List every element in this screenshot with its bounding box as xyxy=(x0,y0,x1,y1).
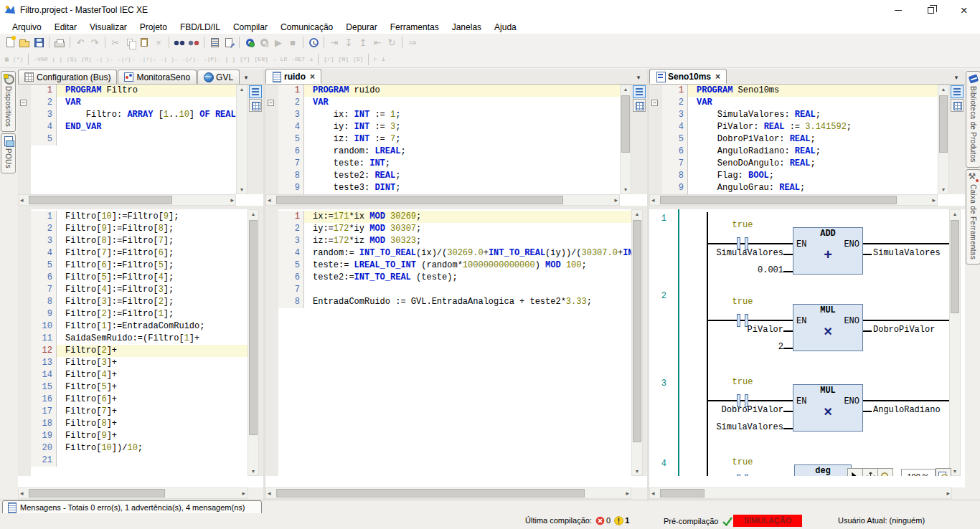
horizontal-scrollbar[interactable] xyxy=(18,487,248,499)
tabular-view-button[interactable] xyxy=(633,99,646,112)
code-line[interactable]: Filtro[6]+ xyxy=(31,394,248,406)
vertical-scrollbar[interactable] xyxy=(248,209,259,476)
contact-icon[interactable] xyxy=(745,475,748,476)
code-line[interactable]: Filtro[3]+ xyxy=(31,357,248,369)
code-line[interactable]: iy: INT := 3; xyxy=(278,121,620,133)
menu-arquivo[interactable]: Arquivo xyxy=(6,21,48,34)
tab-list-dropdown-icon[interactable] xyxy=(633,71,644,84)
menu-ferramentas[interactable]: Ferramentas xyxy=(384,21,446,34)
code-line[interactable]: AnguloGrau: REAL; xyxy=(662,182,938,194)
dock-tab-dispositivos[interactable]: Dispositivos xyxy=(1,71,16,132)
deg-block[interactable]: deg EN ENO xyxy=(794,464,852,476)
menu-ajuda[interactable]: Ajuda xyxy=(488,21,523,34)
code-line[interactable]: Filtro[5]:=Filtro[4]; xyxy=(31,272,248,284)
vertical-scrollbar[interactable] xyxy=(938,85,949,194)
code-line[interactable]: PiValor: REAL := 3.141592; xyxy=(662,121,938,133)
tab-configuration-bus[interactable]: Configuration (Bus) xyxy=(18,70,117,84)
code-line[interactable]: Filtro[9]:=Filtro[8]; xyxy=(31,223,248,235)
current-code-line[interactable]: PROGRAM ruido xyxy=(278,85,620,97)
code-line[interactable]: Filtro[6]:=Filtro[5]; xyxy=(31,259,248,272)
breakpoint-margin[interactable] xyxy=(18,209,31,476)
code-line[interactable]: teste2: REAL; xyxy=(278,170,620,182)
code-line[interactable]: VAR xyxy=(31,97,236,109)
ruido-body-editor[interactable]: ix:=171*ix MOD 30269; iy:=172*iy MOD 303… xyxy=(278,209,631,476)
fold-marker-icon[interactable] xyxy=(268,100,274,106)
placeholder-object-icon[interactable] xyxy=(222,35,236,49)
current-code-line[interactable]: ix:=171*ix MOD 30269; xyxy=(278,211,631,223)
pan-tool-button[interactable] xyxy=(862,468,878,476)
print-icon[interactable] xyxy=(52,35,67,49)
code-line[interactable]: SimulaValores: REAL; xyxy=(662,109,938,121)
login-icon[interactable] xyxy=(242,35,257,49)
restore-button[interactable] xyxy=(915,0,947,20)
fbd-output[interactable]: SimulaValores xyxy=(873,248,941,259)
code-line[interactable]: random: LREAL; xyxy=(278,146,620,158)
filtro-body-editor[interactable]: Filtro[10]:=Filtro[9]; Filtro[9]:=Filtro… xyxy=(31,209,248,476)
horizontal-scrollbar[interactable] xyxy=(649,487,952,499)
contact-label[interactable]: true xyxy=(721,297,764,307)
code-line[interactable]: ix: INT := 1; xyxy=(278,109,620,121)
code-line[interactable]: EntradaComRuido := GVL.EntradaAnalogica … xyxy=(278,296,631,308)
menu-compilar[interactable]: Compilar xyxy=(227,21,274,34)
minimize-button[interactable] xyxy=(882,0,914,20)
menu-depurar[interactable]: Depurar xyxy=(339,21,383,34)
zoom-tool-button[interactable] xyxy=(877,468,893,476)
code-line[interactable]: Filtro[1]:=EntradaComRuido; xyxy=(31,320,248,333)
vertical-scrollbar[interactable] xyxy=(236,85,248,194)
horizontal-scrollbar[interactable] xyxy=(649,194,938,206)
filtro-declaration-editor[interactable]: PROGRAM Filtro VAR Filtro: ARRAY [1..10]… xyxy=(31,85,236,194)
code-line[interactable]: teste:= LREAL_TO_INT (random*10000000000… xyxy=(278,259,631,272)
tabular-view-button[interactable] xyxy=(249,99,262,112)
code-line[interactable]: Filtro[5]+ xyxy=(31,381,248,394)
code-line[interactable] xyxy=(31,454,248,467)
code-line[interactable]: Filtro[7]:=Filtro[6]; xyxy=(31,247,248,259)
menu-editar[interactable]: Editar xyxy=(48,21,83,34)
close-tab-icon[interactable] xyxy=(714,72,720,82)
code-line[interactable]: Filtro[2]:=Filtro[1]; xyxy=(31,308,248,320)
find-replace-icon[interactable] xyxy=(187,35,201,49)
code-line[interactable]: SenoDoAngulo: REAL; xyxy=(662,158,938,170)
breakpoint-margin[interactable] xyxy=(265,85,278,194)
fbd-output[interactable]: DobroPiValor xyxy=(873,325,935,335)
menu-fbd-ld-il[interactable]: FBD/LD/IL xyxy=(174,21,227,34)
current-code-line[interactable]: Filtro[2]+ xyxy=(31,345,248,357)
seno-declaration-editor[interactable]: PROGRAM Seno10ms VAR SimulaValores: REAL… xyxy=(662,85,938,194)
code-line[interactable] xyxy=(31,133,236,146)
tab-monitoraseno[interactable]: MonitoraSeno xyxy=(118,70,197,84)
code-line[interactable]: teste2:=INT_TO_REAL (teste); xyxy=(278,272,631,284)
fbd-input[interactable]: 0.001 xyxy=(689,265,783,276)
contact-label[interactable]: true xyxy=(721,377,764,387)
textual-view-button[interactable] xyxy=(633,85,646,98)
horizontal-scrollbar[interactable] xyxy=(18,194,236,206)
tabular-view-button[interactable] xyxy=(951,99,963,112)
menu-visualizar[interactable]: Visualizar xyxy=(83,21,133,34)
new-project-icon[interactable] xyxy=(3,35,17,49)
dock-tab-caixa-ferramentas[interactable]: Caixa de Ferramentas xyxy=(966,169,980,264)
code-line[interactable]: Filtro[4]:=Filtro[3]; xyxy=(31,284,248,296)
code-line[interactable]: VAR xyxy=(278,97,620,109)
mul-block[interactable]: MUL EN ENO × xyxy=(793,384,863,432)
contact-label[interactable]: true xyxy=(721,220,764,230)
menu-comunicacao[interactable]: Comunicação xyxy=(274,21,339,34)
open-project-icon[interactable] xyxy=(17,35,32,49)
mul-block[interactable]: MUL EN ENO × xyxy=(793,304,863,351)
fbd-input[interactable]: SimulaValores xyxy=(689,248,783,259)
code-line[interactable]: Filtro[4]+ xyxy=(31,369,248,381)
horizontal-scrollbar[interactable] xyxy=(265,194,620,206)
dock-tab-biblioteca[interactable]: Biblioteca de Produtos xyxy=(966,71,980,168)
textual-view-button[interactable] xyxy=(951,85,963,98)
code-line[interactable]: iz:=172*iz MOD 30323; xyxy=(278,235,631,247)
code-line[interactable]: Filtro[8]+ xyxy=(31,418,248,430)
code-line[interactable]: VAR xyxy=(662,97,938,109)
horizontal-scrollbar[interactable] xyxy=(265,487,631,499)
tab-list-dropdown-icon[interactable] xyxy=(951,71,962,84)
code-line[interactable]: Filtro[10])/10; xyxy=(31,442,248,454)
tab-gvl[interactable]: GVL xyxy=(197,70,240,84)
tab-seno10ms[interactable]: Seno10ms xyxy=(649,69,727,84)
code-line[interactable]: iz: INT := 7; xyxy=(278,133,620,146)
add-block[interactable]: ADD EN ENO + xyxy=(793,227,863,275)
tab-ruido[interactable]: ruido xyxy=(265,69,321,84)
code-line[interactable]: PROGRAM Filtro xyxy=(31,85,236,97)
current-code-line[interactable]: PROGRAM Seno10ms xyxy=(662,85,938,97)
close-button[interactable] xyxy=(948,0,980,20)
